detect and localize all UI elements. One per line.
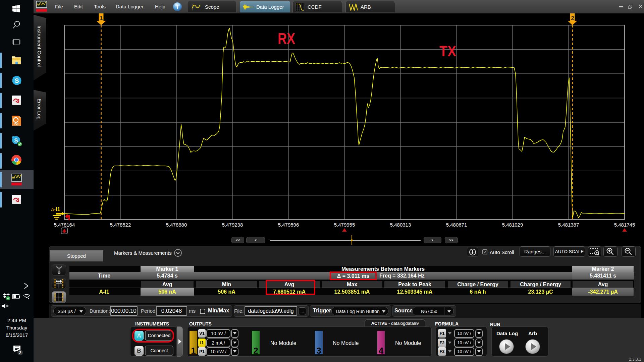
svg-text:S: S: [15, 77, 19, 84]
svg-text:S: S: [14, 137, 18, 144]
svg-text:5.478164: 5.478164: [54, 222, 75, 228]
svg-text:5.481029: 5.481029: [502, 222, 523, 228]
svg-text:5.480671: 5.480671: [446, 222, 467, 228]
svg-text:5.479238: 5.479238: [222, 222, 243, 228]
svg-text:2: 2: [571, 15, 574, 21]
svg-text:5.481745: 5.481745: [614, 222, 635, 228]
svg-text:2: 2: [19, 350, 21, 355]
svg-text:5.478880: 5.478880: [166, 222, 187, 228]
svg-text:RX: RX: [278, 30, 295, 47]
svg-text:5.480313: 5.480313: [390, 222, 411, 228]
svg-text:5.478522: 5.478522: [110, 222, 131, 228]
svg-text:1: 1: [100, 15, 103, 21]
svg-text:5.481387: 5.481387: [558, 222, 579, 228]
svg-text:TX: TX: [439, 43, 456, 59]
svg-text:5.479955: 5.479955: [334, 222, 355, 228]
svg-text:i: i: [177, 4, 178, 10]
svg-text:A-I1: A-I1: [51, 206, 60, 212]
svg-text:PDF: PDF: [14, 122, 19, 125]
svg-text:5.479596: 5.479596: [278, 222, 299, 228]
